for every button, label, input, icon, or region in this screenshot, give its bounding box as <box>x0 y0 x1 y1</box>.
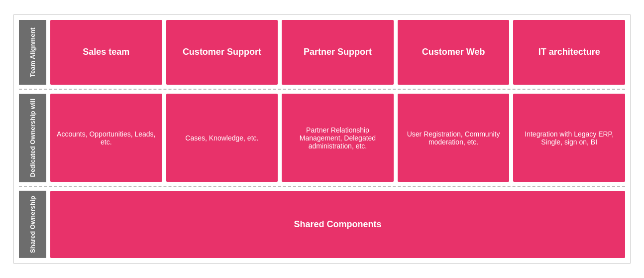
integration-cell: Integration with Legacy ERP, Single, sig… <box>513 94 625 182</box>
divider-1 <box>19 89 625 90</box>
shared-components-cell: Shared Components <box>50 191 625 258</box>
it-architecture-cell: IT architecture <box>513 20 625 85</box>
accounts-cell: Accounts, Opportunities, Leads, etc. <box>50 94 162 182</box>
team-alignment-label: Team Alignment <box>19 20 46 85</box>
dedicated-ownership-label: Dedicated Ownership will <box>19 94 46 182</box>
partner-relationship-cell: Partner Relationship Management, Delegat… <box>282 94 394 182</box>
main-container: Team Alignment Sales team Customer Suppo… <box>13 14 631 264</box>
shared-ownership-label: Shared Ownership <box>19 191 46 258</box>
team-alignment-row: Team Alignment Sales team Customer Suppo… <box>19 20 625 85</box>
dedicated-ownership-row: Dedicated Ownership will Accounts, Oppor… <box>19 94 625 182</box>
divider-2 <box>19 186 625 187</box>
cases-cell: Cases, Knowledge, etc. <box>166 94 278 182</box>
partner-support-cell: Partner Support <box>282 20 394 85</box>
user-registration-cell: User Registration, Community moderation,… <box>398 94 510 182</box>
customer-web-cell: Customer Web <box>398 20 510 85</box>
sales-team-cell: Sales team <box>50 20 162 85</box>
shared-ownership-row: Shared Ownership Shared Components <box>19 191 625 258</box>
customer-support-cell: Customer Support <box>166 20 278 85</box>
